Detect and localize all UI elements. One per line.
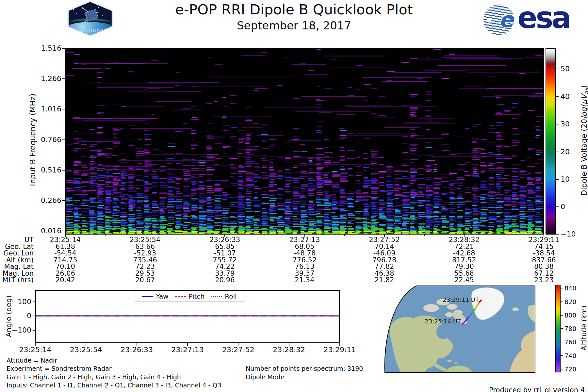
angle-y-tick xyxy=(33,302,35,302)
cb-label-mid: (μV xyxy=(580,94,588,107)
hudson-bay xyxy=(436,324,450,339)
altitude-colorbar xyxy=(555,285,561,372)
voltage-colorbar-tick xyxy=(556,179,559,180)
spectrogram-y-tick-label: 0.016 xyxy=(0,227,61,235)
track-end-time-label: 23:29:11 UT xyxy=(443,296,479,303)
spectrogram-y-tick xyxy=(62,78,65,79)
legend-item-pitch: Pitch xyxy=(175,292,205,300)
angle-y-tick-label: −100 xyxy=(0,326,31,334)
voltage-colorbar-tick xyxy=(556,206,559,207)
roll-line-icon xyxy=(211,296,222,297)
spectrogram-y-tick xyxy=(62,200,65,201)
angle-plot-legend: Yaw Pitch Roll xyxy=(135,291,244,302)
spectrogram-y-tick xyxy=(62,109,65,109)
altitude-colorbar-tick-label: 820 xyxy=(564,298,576,306)
angle-x-tick-label: 23:27:52 xyxy=(222,346,254,354)
angle-x-tick-label: 23:25:54 xyxy=(70,346,102,354)
legend-item-roll: Roll xyxy=(211,292,237,300)
produced-by-note: Produced by rri_ql version 4 xyxy=(489,386,585,392)
figure-root: e-POP RRI Dipole B Quicklook Plot Septem… xyxy=(0,0,588,392)
altitude-colorbar-tick xyxy=(561,369,563,369)
angle-y-tick xyxy=(33,330,35,331)
voltage-colorbar-label: Dipole B Voltage (20log(μVAS) xyxy=(580,85,588,196)
angle-x-tick-label: 23:26:33 xyxy=(121,346,153,354)
cb-label-prefix: Dipole B Voltage (20 xyxy=(580,119,588,196)
ground-track-map: 23:29:11 UT 23:25:14 UT xyxy=(382,285,536,373)
voltage-colorbar-tick-label: 50 xyxy=(561,65,570,73)
angle-x-tick-label: 23:28:32 xyxy=(273,346,305,354)
ephemeris-cell: 20.42 xyxy=(56,277,75,284)
voltage-colorbar-tick-label: 20 xyxy=(561,148,570,156)
spectrogram-canvas xyxy=(66,49,543,234)
angle-x-tick xyxy=(339,343,340,346)
cb-label-sub: AS xyxy=(584,88,588,95)
ephemeris-cell: 20.96 xyxy=(215,277,235,284)
spectrogram-y-tick xyxy=(62,139,65,140)
angle-x-tick xyxy=(238,343,238,346)
legend-label-yaw: Yaw xyxy=(156,292,168,300)
spectrogram-y-tick xyxy=(62,48,65,49)
experiment-note: Experiment = Sondrestrom Radar xyxy=(7,365,112,372)
altitude-colorbar-tick xyxy=(561,328,563,329)
spectrogram-y-tick xyxy=(62,170,65,171)
altitude-colorbar-tick xyxy=(561,315,563,316)
altitude-colorbar-tick xyxy=(561,302,563,302)
angle-x-tick xyxy=(289,343,289,346)
angle-x-tick-label: 23:25:14 xyxy=(19,346,52,354)
ephemeris-cell: 20.67 xyxy=(135,277,155,284)
spectrogram-y-tick xyxy=(62,231,65,231)
ephemeris-row-label: Mag. Lat xyxy=(0,263,34,270)
gain-note: Gain 1 - High, Gain 2 - High, Gain 3 - H… xyxy=(7,373,181,381)
voltage-colorbar-tick xyxy=(556,234,559,235)
ephemeris-cell: 23.23 xyxy=(534,277,554,284)
ephemeris-row-label: UT xyxy=(0,237,34,243)
angle-y-tick-label: 0 xyxy=(0,312,31,320)
legend-item-yaw: Yaw xyxy=(142,292,168,300)
esa-globe-e: e xyxy=(499,7,514,32)
esa-wordmark: esa xyxy=(517,1,570,35)
yaw-line-icon xyxy=(142,296,153,297)
cb-label-log: log xyxy=(580,107,588,119)
voltage-colorbar-tick xyxy=(556,124,559,124)
spectrogram-x-minor-tick xyxy=(185,235,186,236)
esa-globe-icon: e xyxy=(483,5,514,35)
altitude-colorbar-tick-label: 840 xyxy=(564,284,576,292)
voltage-colorbar-tick xyxy=(556,69,559,69)
angle-x-tick xyxy=(86,343,86,346)
angle-x-tick-label: 23:29:11 xyxy=(324,346,356,354)
altitude-colorbar-tick xyxy=(561,355,563,356)
voltage-colorbar-tick-label: 40 xyxy=(561,92,570,101)
legend-label-roll: Roll xyxy=(225,292,237,300)
voltage-colorbar-tick xyxy=(556,152,559,152)
angle-x-tick xyxy=(187,343,188,346)
ephemeris-row-label: MLT (hrs) xyxy=(0,277,34,284)
spectrogram-x-minor-tick xyxy=(344,235,345,236)
spectrogram-y-tick-label: 0.266 xyxy=(0,196,61,205)
cb-label-close: ) xyxy=(580,85,588,88)
spectrogram-y-tick-label: 0.516 xyxy=(0,166,61,174)
altitude-colorbar-tick-label: 800 xyxy=(564,311,576,319)
altitude-colorbar-tick-label: 720 xyxy=(564,365,576,373)
spectrogram-y-tick-label: 1.016 xyxy=(0,105,61,113)
spectrogram-plot xyxy=(65,48,544,235)
angle-y-tick xyxy=(33,316,35,316)
voltage-colorbar-tick-label: 0 xyxy=(561,203,565,211)
angle-x-tick xyxy=(35,343,36,346)
legend-label-pitch: Pitch xyxy=(189,292,205,300)
attitude-note: Attitude = Nadir xyxy=(7,357,57,364)
angle-y-tick-label: 100 xyxy=(0,298,31,306)
altitude-colorbar-tick-label: 740 xyxy=(564,352,576,360)
points-per-spectrum-note: Number of points per spectrum: 3190 xyxy=(246,365,363,372)
inputs-note: Inputs: Channel 1 - I1, Channel 2 - Q1, … xyxy=(7,382,221,389)
spectrogram-x-minor-tick xyxy=(105,235,106,236)
spectrogram-y-tick-label: 1.516 xyxy=(0,44,61,53)
altitude-colorbar-tick xyxy=(561,288,563,288)
altitude-colorbar-tick-label: 760 xyxy=(564,338,576,346)
pitch-line-icon xyxy=(175,296,186,297)
voltage-colorbar-tick xyxy=(556,96,559,97)
voltage-colorbar-tick-label: 30 xyxy=(561,120,570,128)
spectrogram-x-minor-tick xyxy=(265,235,265,236)
angle-x-tick xyxy=(137,343,137,346)
spectrogram-x-minor-tick xyxy=(424,235,425,236)
spectrogram-y-tick-label: 1.266 xyxy=(0,74,61,83)
